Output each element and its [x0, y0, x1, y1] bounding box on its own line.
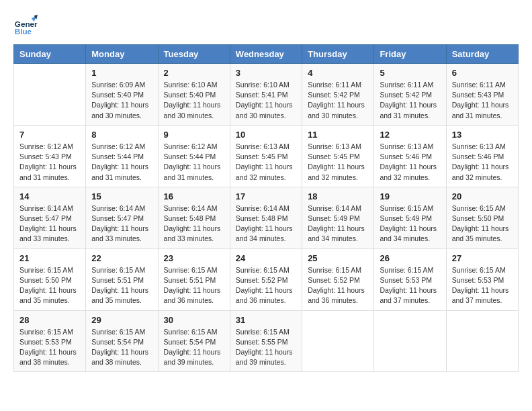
- week-row-2: 7Sunrise: 6:12 AM Sunset: 5:43 PM Daylig…: [14, 125, 519, 187]
- day-info: Sunrise: 6:15 AM Sunset: 5:55 PM Dayligh…: [236, 327, 296, 368]
- day-number: 22: [91, 253, 152, 263]
- calendar-table: SundayMondayTuesdayWednesdayThursdayFrid…: [13, 44, 519, 372]
- day-number: 31: [236, 315, 296, 325]
- day-cell: 30Sunrise: 6:15 AM Sunset: 5:54 PM Dayli…: [158, 310, 230, 372]
- day-info: Sunrise: 6:15 AM Sunset: 5:52 PM Dayligh…: [236, 265, 296, 306]
- day-info: Sunrise: 6:15 AM Sunset: 5:53 PM Dayligh…: [380, 265, 440, 306]
- day-cell: [374, 310, 446, 372]
- day-cell: 16Sunrise: 6:14 AM Sunset: 5:48 PM Dayli…: [158, 187, 230, 248]
- day-cell: 3Sunrise: 6:10 AM Sunset: 5:41 PM Daylig…: [230, 64, 302, 126]
- day-number: 7: [19, 130, 80, 140]
- page-header: General Blue: [13, 13, 519, 38]
- day-info: Sunrise: 6:15 AM Sunset: 5:50 PM Dayligh…: [452, 203, 513, 244]
- day-info: Sunrise: 6:15 AM Sunset: 5:49 PM Dayligh…: [380, 203, 440, 244]
- logo-icon: General Blue: [13, 13, 38, 38]
- day-info: Sunrise: 6:15 AM Sunset: 5:52 PM Dayligh…: [308, 265, 368, 306]
- day-number: 17: [236, 191, 296, 201]
- day-cell: 14Sunrise: 6:14 AM Sunset: 5:47 PM Dayli…: [14, 187, 86, 248]
- day-number: 23: [164, 253, 224, 263]
- day-cell: 23Sunrise: 6:15 AM Sunset: 5:51 PM Dayli…: [158, 248, 230, 310]
- day-cell: 2Sunrise: 6:10 AM Sunset: 5:40 PM Daylig…: [158, 64, 230, 126]
- day-number: 25: [308, 253, 368, 263]
- day-number: 13: [452, 130, 513, 140]
- day-number: 6: [452, 68, 513, 78]
- day-cell: 28Sunrise: 6:15 AM Sunset: 5:53 PM Dayli…: [14, 310, 86, 372]
- day-info: Sunrise: 6:14 AM Sunset: 5:49 PM Dayligh…: [308, 203, 368, 244]
- week-row-4: 21Sunrise: 6:15 AM Sunset: 5:50 PM Dayli…: [14, 248, 519, 310]
- day-info: Sunrise: 6:15 AM Sunset: 5:54 PM Dayligh…: [91, 327, 152, 368]
- day-number: 26: [380, 253, 440, 263]
- day-info: Sunrise: 6:13 AM Sunset: 5:46 PM Dayligh…: [380, 142, 440, 183]
- header-wednesday: Wednesday: [230, 45, 302, 64]
- day-cell: 13Sunrise: 6:13 AM Sunset: 5:46 PM Dayli…: [446, 125, 518, 187]
- day-number: 15: [91, 191, 152, 201]
- day-number: 1: [91, 68, 152, 78]
- header-friday: Friday: [374, 45, 446, 64]
- day-number: 2: [164, 68, 224, 78]
- day-number: 18: [308, 191, 368, 201]
- day-cell: 4Sunrise: 6:11 AM Sunset: 5:42 PM Daylig…: [302, 64, 374, 126]
- day-number: 14: [19, 191, 80, 201]
- day-cell: 1Sunrise: 6:09 AM Sunset: 5:40 PM Daylig…: [86, 64, 158, 126]
- day-cell: 15Sunrise: 6:14 AM Sunset: 5:47 PM Dayli…: [86, 187, 158, 248]
- header-tuesday: Tuesday: [158, 45, 230, 64]
- day-cell: 22Sunrise: 6:15 AM Sunset: 5:51 PM Dayli…: [86, 248, 158, 310]
- day-cell: 10Sunrise: 6:13 AM Sunset: 5:45 PM Dayli…: [230, 125, 302, 187]
- day-info: Sunrise: 6:13 AM Sunset: 5:46 PM Dayligh…: [452, 142, 513, 183]
- day-number: 9: [164, 130, 224, 140]
- day-cell: 5Sunrise: 6:11 AM Sunset: 5:42 PM Daylig…: [374, 64, 446, 126]
- day-number: 28: [19, 315, 80, 325]
- day-number: 8: [91, 130, 152, 140]
- day-info: Sunrise: 6:15 AM Sunset: 5:51 PM Dayligh…: [91, 265, 152, 306]
- day-info: Sunrise: 6:13 AM Sunset: 5:45 PM Dayligh…: [308, 142, 368, 183]
- week-row-1: 1Sunrise: 6:09 AM Sunset: 5:40 PM Daylig…: [14, 64, 519, 126]
- day-cell: [302, 310, 374, 372]
- day-info: Sunrise: 6:15 AM Sunset: 5:51 PM Dayligh…: [164, 265, 224, 306]
- day-info: Sunrise: 6:11 AM Sunset: 5:42 PM Dayligh…: [380, 80, 440, 121]
- day-number: 21: [19, 253, 80, 263]
- day-info: Sunrise: 6:10 AM Sunset: 5:40 PM Dayligh…: [164, 80, 224, 121]
- day-cell: 31Sunrise: 6:15 AM Sunset: 5:55 PM Dayli…: [230, 310, 302, 372]
- logo: General Blue: [13, 13, 38, 38]
- day-cell: 11Sunrise: 6:13 AM Sunset: 5:45 PM Dayli…: [302, 125, 374, 187]
- svg-text:Blue: Blue: [15, 27, 32, 36]
- day-number: 16: [164, 191, 224, 201]
- header-thursday: Thursday: [302, 45, 374, 64]
- day-info: Sunrise: 6:12 AM Sunset: 5:44 PM Dayligh…: [164, 142, 224, 183]
- day-cell: 19Sunrise: 6:15 AM Sunset: 5:49 PM Dayli…: [374, 187, 446, 248]
- day-cell: 20Sunrise: 6:15 AM Sunset: 5:50 PM Dayli…: [446, 187, 518, 248]
- day-info: Sunrise: 6:13 AM Sunset: 5:45 PM Dayligh…: [236, 142, 296, 183]
- day-info: Sunrise: 6:14 AM Sunset: 5:47 PM Dayligh…: [91, 203, 152, 244]
- week-row-5: 28Sunrise: 6:15 AM Sunset: 5:53 PM Dayli…: [14, 310, 519, 372]
- header-sunday: Sunday: [14, 45, 86, 64]
- day-info: Sunrise: 6:15 AM Sunset: 5:50 PM Dayligh…: [19, 265, 80, 306]
- header-saturday: Saturday: [446, 45, 518, 64]
- day-number: 11: [308, 130, 368, 140]
- day-number: 10: [236, 130, 296, 140]
- day-info: Sunrise: 6:14 AM Sunset: 5:48 PM Dayligh…: [164, 203, 224, 244]
- day-cell: 17Sunrise: 6:14 AM Sunset: 5:48 PM Dayli…: [230, 187, 302, 248]
- day-cell: [446, 310, 518, 372]
- day-cell: 21Sunrise: 6:15 AM Sunset: 5:50 PM Dayli…: [14, 248, 86, 310]
- day-cell: [14, 64, 86, 126]
- day-info: Sunrise: 6:11 AM Sunset: 5:42 PM Dayligh…: [308, 80, 368, 121]
- week-row-3: 14Sunrise: 6:14 AM Sunset: 5:47 PM Dayli…: [14, 187, 519, 248]
- day-cell: 12Sunrise: 6:13 AM Sunset: 5:46 PM Dayli…: [374, 125, 446, 187]
- day-cell: 24Sunrise: 6:15 AM Sunset: 5:52 PM Dayli…: [230, 248, 302, 310]
- header-row: SundayMondayTuesdayWednesdayThursdayFrid…: [14, 45, 519, 64]
- day-cell: 25Sunrise: 6:15 AM Sunset: 5:52 PM Dayli…: [302, 248, 374, 310]
- day-number: 20: [452, 191, 513, 201]
- day-cell: 8Sunrise: 6:12 AM Sunset: 5:44 PM Daylig…: [86, 125, 158, 187]
- day-cell: 7Sunrise: 6:12 AM Sunset: 5:43 PM Daylig…: [14, 125, 86, 187]
- day-info: Sunrise: 6:10 AM Sunset: 5:41 PM Dayligh…: [236, 80, 296, 121]
- day-info: Sunrise: 6:15 AM Sunset: 5:54 PM Dayligh…: [164, 327, 224, 368]
- day-cell: 18Sunrise: 6:14 AM Sunset: 5:49 PM Dayli…: [302, 187, 374, 248]
- day-info: Sunrise: 6:14 AM Sunset: 5:47 PM Dayligh…: [19, 203, 80, 244]
- day-number: 5: [380, 68, 440, 78]
- day-number: 4: [308, 68, 368, 78]
- day-number: 12: [380, 130, 440, 140]
- day-info: Sunrise: 6:11 AM Sunset: 5:43 PM Dayligh…: [452, 80, 513, 121]
- day-cell: 9Sunrise: 6:12 AM Sunset: 5:44 PM Daylig…: [158, 125, 230, 187]
- day-info: Sunrise: 6:15 AM Sunset: 5:53 PM Dayligh…: [19, 327, 80, 368]
- day-info: Sunrise: 6:12 AM Sunset: 5:44 PM Dayligh…: [91, 142, 152, 183]
